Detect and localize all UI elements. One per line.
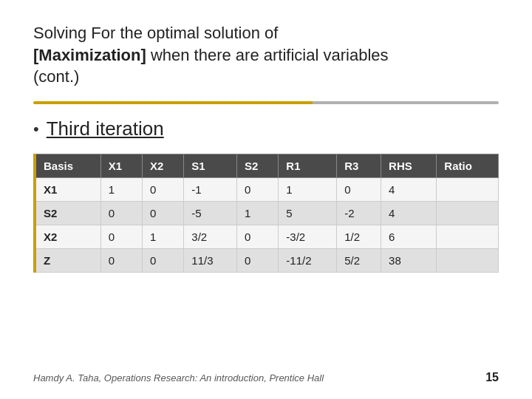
- table-row: Z0011/30-11/25/238: [35, 249, 499, 273]
- footer-citation: Hamdy A. Taha, Operations Research: An i…: [33, 372, 324, 383]
- table-cell: 0: [237, 225, 279, 249]
- table-cell: 0: [237, 178, 279, 202]
- table-cell: 0: [100, 225, 142, 249]
- table-cell: 4: [381, 178, 437, 202]
- table-header-row: Basis X1 X2 S1 S2 R1 R3 RHS Ratio: [35, 154, 499, 178]
- table-row: S200-515-24: [35, 202, 499, 225]
- table-cell: 38: [381, 249, 437, 273]
- table-cell: 1/2: [337, 225, 381, 249]
- table-cell: 5: [279, 202, 337, 225]
- table-cell: 0: [100, 249, 142, 273]
- table-cell: [437, 249, 499, 273]
- table-cell: 1: [100, 178, 142, 202]
- table-cell: 1: [237, 202, 279, 225]
- table-cell: -5: [184, 202, 237, 225]
- col-header-r1: R1: [279, 154, 337, 178]
- col-header-rhs: RHS: [381, 154, 437, 178]
- table-cell: 3/2: [184, 225, 237, 249]
- table-cell: 0: [237, 249, 279, 273]
- footer-area: Hamdy A. Taha, Operations Research: An i…: [33, 371, 499, 384]
- col-header-r3: R3: [337, 154, 381, 178]
- title-line3: (cont.): [33, 67, 79, 86]
- table-cell: -3/2: [279, 225, 337, 249]
- table-cell: [437, 178, 499, 202]
- bullet-heading: • Third iteration: [33, 117, 499, 140]
- col-header-x1: X1: [100, 154, 142, 178]
- table-cell: 0: [337, 178, 381, 202]
- title-line2: when there are artificial variables: [146, 46, 389, 64]
- iteration-table: Basis X1 X2 S1 S2 R1 R3 RHS Ratio X110-1…: [33, 154, 499, 273]
- table-cell: 11/3: [184, 249, 237, 273]
- table-cell: 1: [279, 178, 337, 202]
- table-row: X2013/20-3/21/26: [35, 225, 499, 249]
- title-line1: Solving For the optimal solution of: [33, 24, 278, 42]
- page-number: 15: [485, 371, 499, 384]
- table-cell: 5/2: [337, 249, 381, 273]
- table-cell: -1: [184, 178, 237, 202]
- table-cell: [437, 202, 499, 225]
- col-header-x2: X2: [143, 154, 184, 178]
- table-cell-basis: X2: [35, 225, 100, 249]
- table-cell: 0: [143, 249, 184, 273]
- col-header-ratio: Ratio: [437, 154, 499, 178]
- col-header-s2: S2: [237, 154, 279, 178]
- table-cell-basis: X1: [35, 178, 100, 202]
- table-cell: 6: [381, 225, 437, 249]
- table-cell: -2: [337, 202, 381, 225]
- table-cell: [437, 225, 499, 249]
- slide-title: Solving For the optimal solution of [Max…: [33, 22, 499, 88]
- table-row: X110-10104: [35, 178, 499, 202]
- col-header-s1: S1: [184, 154, 237, 178]
- divider-bar: [33, 101, 499, 104]
- bullet-label: Third iteration: [47, 117, 164, 140]
- table-cell: 0: [143, 202, 184, 225]
- col-header-basis: Basis: [35, 154, 100, 178]
- table-cell-basis: Z: [35, 249, 100, 273]
- title-bold: [Maximization]: [33, 46, 146, 64]
- title-area: Solving For the optimal solution of [Max…: [33, 22, 499, 88]
- table-cell: 1: [143, 225, 184, 249]
- table-cell: 0: [100, 202, 142, 225]
- bullet-dot: •: [33, 121, 39, 137]
- table-cell: 4: [381, 202, 437, 225]
- table-cell-basis: S2: [35, 202, 100, 225]
- table-cell: 0: [143, 178, 184, 202]
- table-cell: -11/2: [279, 249, 337, 273]
